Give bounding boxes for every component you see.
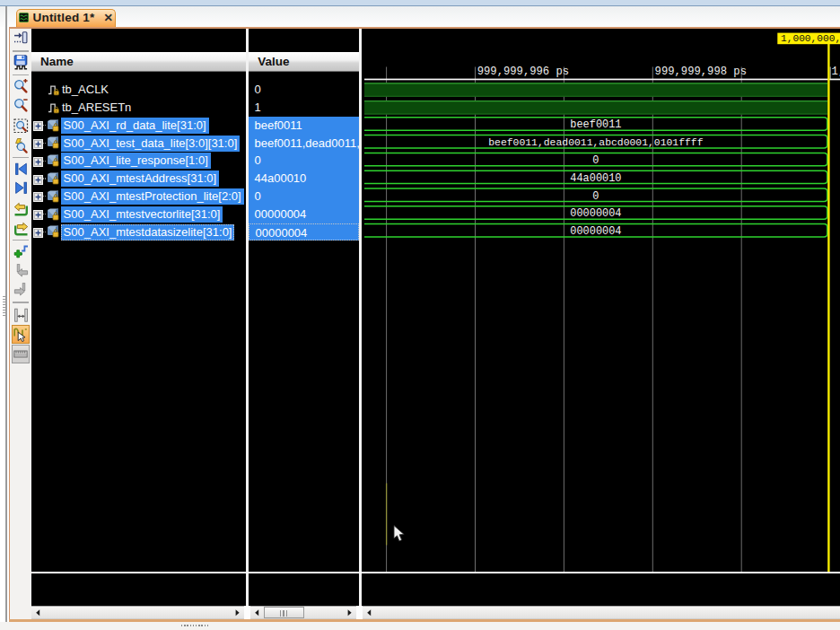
svg-text:44a00010: 44a00010 [570, 171, 621, 184]
svg-text:00000004: 00000004 [570, 207, 621, 220]
svg-text:beef0011,dead0011,abcd0001,010: beef0011,dead0011,abcd0001,0101ffff [488, 137, 703, 148]
svg-text:0: 0 [592, 154, 599, 167]
svg-text:00000004: 00000004 [570, 225, 621, 238]
svg-text:999,999,996 ps: 999,999,996 ps [477, 65, 569, 77]
svg-text:beef0011: beef0011 [570, 118, 621, 131]
svg-text:1,000,000,: 1,000,000, [781, 33, 840, 44]
svg-text:1,: 1, [832, 65, 840, 77]
svg-text:0: 0 [592, 189, 599, 202]
svg-text:999,999,998 ps: 999,999,998 ps [655, 65, 747, 77]
